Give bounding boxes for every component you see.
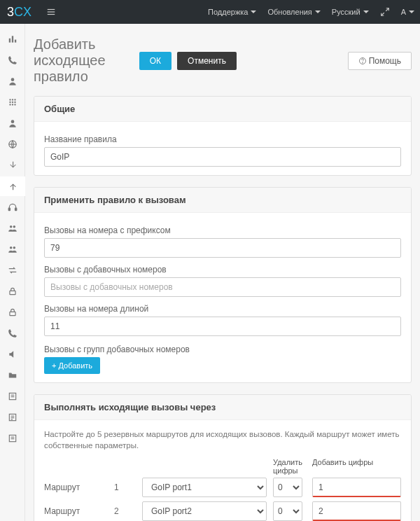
page-header: Добавить исходящее правило ОК Отменить П…: [34, 36, 412, 85]
help-button[interactable]: Помощь: [348, 52, 412, 70]
svg-point-24: [13, 225, 15, 228]
svg-line-3: [386, 8, 388, 11]
ext-input[interactable]: [44, 277, 401, 297]
chevron-down-icon: [251, 11, 256, 13]
route-strip-select[interactable]: 0: [273, 501, 302, 521]
len-input[interactable]: [44, 317, 401, 336]
svg-point-17: [14, 104, 15, 105]
topbar-support[interactable]: Поддержка: [202, 0, 262, 24]
sidebar-item-settings[interactable]: [0, 429, 25, 448]
sidebar-item-inbound[interactable]: [0, 155, 25, 175]
topbar-updates[interactable]: Обновления: [262, 0, 326, 24]
arrow-up-icon: [8, 181, 18, 191]
rule-name-label: Название правила: [44, 134, 401, 144]
transfer-icon: [8, 265, 18, 275]
sidebar-item-groups[interactable]: [0, 218, 25, 238]
svg-point-40: [362, 62, 363, 63]
svg-rect-21: [8, 208, 10, 211]
svg-point-9: [9, 99, 10, 100]
page-title: Добавить исходящее правило: [34, 36, 134, 85]
sidebar-item-fxs[interactable]: [0, 303, 25, 322]
ok-button[interactable]: ОК: [139, 52, 172, 70]
sidebar-item-outbound[interactable]: [0, 176, 25, 196]
rule-name-input[interactable]: [44, 147, 401, 167]
sidebar-item-dashboard[interactable]: [0, 29, 25, 49]
svg-point-10: [11, 99, 13, 100]
list-icon: [8, 433, 18, 443]
sidebar-item-bridges[interactable]: [0, 260, 25, 280]
brand-prefix: 3: [7, 5, 14, 20]
svg-rect-7: [14, 40, 15, 43]
users-icon: [8, 244, 18, 254]
topbar-language-label: Русский: [332, 8, 360, 16]
globe-icon: [8, 139, 18, 149]
add-group-button[interactable]: + Добавить: [44, 357, 100, 374]
svg-line-4: [381, 13, 384, 15]
route-label: Маршрут: [44, 506, 114, 516]
panel-apply-heading: Применить правило к вызовам: [34, 188, 411, 213]
sidebar-item-fax[interactable]: [0, 282, 25, 301]
headset-icon: [8, 202, 18, 212]
svg-rect-6: [11, 36, 13, 42]
sidebar-item-reports[interactable]: [0, 408, 25, 427]
svg-point-12: [9, 102, 10, 103]
sidebar-item-dialpad[interactable]: [0, 92, 25, 112]
panel-outbound-heading: Выполнять исходящие вызовы через: [34, 395, 411, 420]
topbar-language[interactable]: Русский: [326, 0, 374, 24]
sidebar-item-backup[interactable]: [0, 366, 25, 385]
sidebar-item-siptrunks[interactable]: [0, 134, 25, 154]
sidebar-item-contacts[interactable]: [0, 113, 25, 133]
route-header: Удалить цифры Добавить цифры: [44, 458, 401, 475]
topbar-fullscreen[interactable]: [374, 0, 396, 24]
svg-point-11: [14, 99, 15, 100]
sidebar-item-hotdesking[interactable]: [0, 324, 25, 343]
sidebar-item-queues[interactable]: [0, 239, 25, 259]
users-icon: [8, 223, 18, 233]
topbar-fontsize[interactable]: A: [396, 0, 420, 24]
route-index: 2: [114, 506, 142, 516]
arrow-down-icon: [8, 160, 18, 170]
svg-rect-5: [8, 39, 10, 43]
sidebar-item-extensions[interactable]: [0, 71, 25, 91]
route-trunk-select[interactable]: GoIP port1: [142, 478, 267, 497]
lock-icon: [8, 286, 18, 296]
topbar-updates-label: Обновления: [267, 8, 312, 16]
volume-icon: [8, 349, 18, 359]
sidebar-item-phones[interactable]: [0, 50, 25, 70]
panel-general-heading: Общие: [34, 97, 411, 122]
len-label: Вызовы на номера длиной: [44, 304, 401, 314]
chevron-down-icon: [363, 11, 369, 13]
route-trunk-select[interactable]: GoIP port2: [142, 501, 267, 521]
panel-outbound: Выполнять исходящие вызовы через Настрой…: [34, 394, 412, 521]
groups-label: Вызовы с групп добавочных номеров: [44, 345, 401, 354]
route-strip-select[interactable]: 0: [273, 478, 302, 497]
phone-icon: [8, 55, 18, 65]
user-icon: [8, 118, 18, 128]
sidebar-item-recordings[interactable]: [0, 345, 25, 364]
sidebar-item-ivr[interactable]: [0, 197, 25, 217]
prefix-input[interactable]: [44, 238, 401, 258]
prefix-label: Вызовы на номера с префиксом: [44, 225, 401, 235]
cancel-button[interactable]: Отменить: [177, 52, 237, 70]
user-icon: [8, 76, 18, 86]
list-icon: [8, 391, 18, 401]
svg-rect-27: [9, 291, 15, 294]
lock-icon: [8, 307, 18, 317]
route-prepend-input[interactable]: [312, 501, 401, 521]
route-index: 1: [114, 482, 142, 492]
topbar: 3CX Поддержка Обновления Русский A: [0, 0, 420, 24]
route-prepend-input[interactable]: [312, 478, 401, 497]
chevron-down-icon: [315, 11, 321, 13]
sidebar-item-calllog[interactable]: [0, 387, 25, 406]
svg-rect-28: [9, 312, 15, 315]
ext-label: Вызовы с добавочных номеров: [44, 265, 401, 275]
route-row: Маршрут 2 GoIP port2 0: [44, 501, 401, 521]
expand-icon: [380, 7, 390, 17]
svg-point-8: [10, 78, 14, 81]
topbar-font-label: A: [401, 8, 406, 16]
route-row: Маршрут 1 GoIP port1 0: [44, 478, 401, 497]
menu-toggle[interactable]: [38, 0, 64, 24]
main-content: Добавить исходящее правило ОК Отменить П…: [25, 24, 420, 521]
phone-icon: [8, 328, 18, 338]
list-icon: [8, 412, 18, 422]
